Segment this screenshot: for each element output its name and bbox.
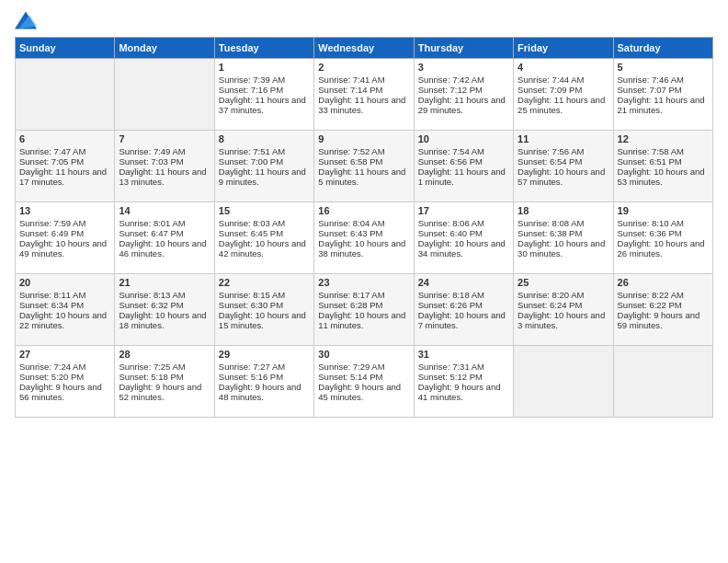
calendar-week-row: 1Sunrise: 7:39 AMSunset: 7:16 PMDaylight… [16, 59, 713, 131]
sunrise-text: Sunrise: 8:01 AM [119, 218, 210, 228]
sunset-text: Sunset: 5:16 PM [219, 372, 310, 382]
day-number: 11 [518, 133, 609, 144]
daylight-text: Daylight: 11 hours and 37 minutes. [219, 95, 310, 115]
sunset-text: Sunset: 6:49 PM [19, 228, 110, 238]
calendar-cell [16, 59, 115, 131]
sunset-text: Sunset: 7:16 PM [219, 85, 310, 95]
sunset-text: Sunset: 7:09 PM [518, 85, 609, 95]
header-row: SundayMondayTuesdayWednesdayThursdayFrid… [16, 38, 713, 59]
daylight-text: Daylight: 11 hours and 33 minutes. [318, 95, 409, 115]
calendar-cell: 9Sunrise: 7:52 AMSunset: 6:58 PMDaylight… [314, 131, 414, 202]
day-number: 22 [219, 277, 310, 288]
day-number: 24 [418, 277, 509, 288]
sunset-text: Sunset: 6:51 PM [618, 156, 709, 167]
daylight-text: Daylight: 10 hours and 57 minutes. [518, 167, 609, 187]
daylight-text: Daylight: 10 hours and 38 minutes. [318, 238, 409, 259]
calendar-cell: 10Sunrise: 7:54 AMSunset: 6:56 PMDayligh… [414, 131, 513, 202]
weekday-header: Sunday [16, 38, 115, 59]
day-number: 25 [518, 277, 609, 288]
day-number: 14 [119, 205, 210, 216]
sunrise-text: Sunrise: 7:27 AM [219, 362, 310, 372]
sunset-text: Sunset: 6:26 PM [418, 300, 509, 310]
sunset-text: Sunset: 6:24 PM [518, 300, 609, 310]
sunset-text: Sunset: 7:07 PM [618, 85, 709, 95]
sunrise-text: Sunrise: 7:42 AM [418, 75, 509, 85]
calendar-week-row: 13Sunrise: 7:59 AMSunset: 6:49 PMDayligh… [16, 202, 713, 274]
calendar-cell [613, 346, 712, 418]
sunrise-text: Sunrise: 7:58 AM [618, 146, 709, 156]
daylight-text: Daylight: 10 hours and 34 minutes. [418, 238, 509, 259]
sunrise-text: Sunrise: 7:25 AM [119, 362, 210, 372]
calendar-cell: 16Sunrise: 8:04 AMSunset: 6:43 PMDayligh… [314, 202, 414, 274]
sunrise-text: Sunrise: 8:22 AM [618, 290, 709, 300]
calendar-cell: 31Sunrise: 7:31 AMSunset: 5:12 PMDayligh… [414, 346, 513, 418]
daylight-text: Daylight: 10 hours and 22 minutes. [19, 310, 110, 330]
sunrise-text: Sunrise: 7:24 AM [19, 362, 110, 372]
sunset-text: Sunset: 6:45 PM [219, 228, 310, 238]
sunrise-text: Sunrise: 8:15 AM [219, 290, 310, 300]
daylight-text: Daylight: 11 hours and 25 minutes. [518, 95, 609, 115]
day-number: 28 [119, 349, 210, 360]
calendar-cell: 14Sunrise: 8:01 AMSunset: 6:47 PMDayligh… [115, 202, 214, 274]
daylight-text: Daylight: 11 hours and 21 minutes. [618, 95, 709, 115]
daylight-text: Daylight: 9 hours and 59 minutes. [618, 310, 709, 330]
calendar-cell: 30Sunrise: 7:29 AMSunset: 5:14 PMDayligh… [314, 346, 414, 418]
sunset-text: Sunset: 6:28 PM [318, 300, 409, 310]
sunrise-text: Sunrise: 7:49 AM [119, 146, 210, 156]
calendar-cell: 18Sunrise: 8:08 AMSunset: 6:38 PMDayligh… [514, 202, 613, 274]
sunset-text: Sunset: 5:14 PM [318, 372, 409, 382]
sunset-text: Sunset: 6:56 PM [418, 156, 509, 167]
calendar-week-row: 6Sunrise: 7:47 AMSunset: 7:05 PMDaylight… [16, 131, 713, 202]
sunset-text: Sunset: 6:54 PM [518, 156, 609, 167]
day-number: 17 [418, 205, 509, 216]
weekday-header: Thursday [414, 38, 513, 59]
sunrise-text: Sunrise: 8:06 AM [418, 218, 509, 228]
day-number: 5 [618, 62, 709, 73]
sunset-text: Sunset: 7:14 PM [318, 85, 409, 95]
day-number: 30 [318, 349, 409, 360]
sunrise-text: Sunrise: 7:39 AM [219, 75, 310, 85]
sunset-text: Sunset: 6:40 PM [418, 228, 509, 238]
day-number: 10 [418, 133, 509, 144]
daylight-text: Daylight: 10 hours and 11 minutes. [318, 310, 409, 330]
daylight-text: Daylight: 11 hours and 17 minutes. [19, 167, 110, 187]
day-number: 20 [19, 277, 110, 288]
sunrise-text: Sunrise: 8:20 AM [518, 290, 609, 300]
calendar-cell: 21Sunrise: 8:13 AMSunset: 6:32 PMDayligh… [115, 274, 214, 346]
sunset-text: Sunset: 5:12 PM [418, 372, 509, 382]
daylight-text: Daylight: 10 hours and 3 minutes. [518, 310, 609, 330]
daylight-text: Daylight: 10 hours and 26 minutes. [618, 238, 709, 259]
weekday-header: Wednesday [314, 38, 414, 59]
day-number: 15 [219, 205, 310, 216]
weekday-header: Saturday [613, 38, 712, 59]
page: SundayMondayTuesdayWednesdayThursdayFrid… [0, 0, 728, 429]
daylight-text: Daylight: 9 hours and 48 minutes. [219, 382, 310, 402]
calendar-cell: 20Sunrise: 8:11 AMSunset: 6:34 PMDayligh… [16, 274, 115, 346]
sunset-text: Sunset: 7:00 PM [219, 156, 310, 167]
calendar-cell: 4Sunrise: 7:44 AMSunset: 7:09 PMDaylight… [514, 59, 613, 131]
day-number: 26 [618, 277, 709, 288]
sunrise-text: Sunrise: 7:52 AM [318, 146, 409, 156]
logo-icon [15, 11, 37, 29]
calendar-cell [514, 346, 613, 418]
daylight-text: Daylight: 10 hours and 30 minutes. [518, 238, 609, 259]
daylight-text: Daylight: 11 hours and 1 minute. [418, 167, 509, 187]
sunrise-text: Sunrise: 8:10 AM [618, 218, 709, 228]
daylight-text: Daylight: 10 hours and 53 minutes. [618, 167, 709, 187]
sunset-text: Sunset: 5:20 PM [19, 372, 110, 382]
calendar-cell: 24Sunrise: 8:18 AMSunset: 6:26 PMDayligh… [414, 274, 513, 346]
day-number: 31 [418, 349, 509, 360]
calendar-cell: 28Sunrise: 7:25 AMSunset: 5:18 PMDayligh… [115, 346, 214, 418]
daylight-text: Daylight: 10 hours and 15 minutes. [219, 310, 310, 330]
day-number: 8 [219, 133, 310, 144]
daylight-text: Daylight: 10 hours and 49 minutes. [19, 238, 110, 259]
sunrise-text: Sunrise: 8:08 AM [518, 218, 609, 228]
daylight-text: Daylight: 9 hours and 41 minutes. [418, 382, 509, 402]
day-number: 6 [19, 133, 110, 144]
calendar-cell: 22Sunrise: 8:15 AMSunset: 6:30 PMDayligh… [214, 274, 313, 346]
calendar-table: SundayMondayTuesdayWednesdayThursdayFrid… [15, 37, 713, 418]
sunrise-text: Sunrise: 7:41 AM [318, 75, 409, 85]
sunrise-text: Sunrise: 7:46 AM [618, 75, 709, 85]
day-number: 27 [19, 349, 110, 360]
day-number: 19 [618, 205, 709, 216]
